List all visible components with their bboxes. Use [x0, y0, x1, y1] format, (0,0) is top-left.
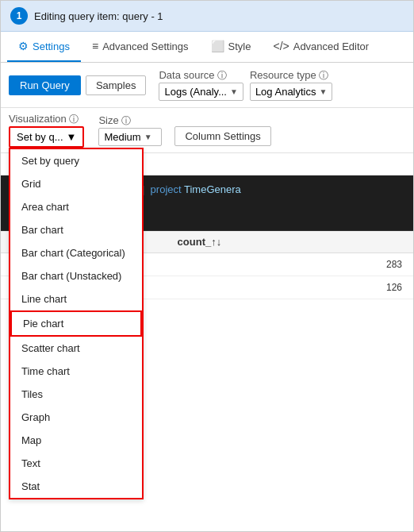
- data-source-arrow-icon: ▼: [230, 87, 238, 96]
- data-source-label: Data source ⓘ: [159, 69, 226, 83]
- resource-type-arrow-icon: ▼: [320, 87, 328, 96]
- visualization-label: Visualization ⓘ: [9, 113, 79, 126]
- data-source-value: Logs (Analy...: [164, 86, 227, 98]
- samples-button[interactable]: Samples: [86, 75, 147, 95]
- main-window: 1 Editing query item: query - 1 ⚙ Settin…: [0, 0, 414, 532]
- tabs-bar: ⚙ Settings ≡ Advanced Settings ⬜ Style <…: [1, 32, 413, 63]
- resource-type-label: Resource type ⓘ: [250, 69, 328, 83]
- tab-style[interactable]: ⬜ Style: [200, 32, 263, 62]
- data-source-select[interactable]: Logs (Analy... ▼: [159, 83, 243, 101]
- row2-col2: 126: [167, 276, 413, 299]
- dropdown-item-tiles[interactable]: Tiles: [10, 383, 142, 406]
- dropdown-item-grid[interactable]: Grid: [10, 172, 142, 195]
- dropdown-item-map[interactable]: Map: [10, 429, 142, 452]
- visualization-dropdown-container: Visualization ⓘ Set by q... ▼ Set by que…: [9, 113, 84, 148]
- column-settings-button[interactable]: Column Settings: [174, 126, 270, 146]
- visualization-info-icon: ⓘ: [69, 114, 79, 125]
- tab-advanced-settings[interactable]: ≡ Advanced Settings: [81, 32, 200, 62]
- row1-col2: 283: [167, 253, 413, 276]
- size-info-icon: ⓘ: [121, 115, 131, 126]
- run-query-button[interactable]: Run Query: [9, 75, 81, 95]
- resource-type-group: Resource type ⓘ Log Analytics ▼: [250, 69, 333, 101]
- settings-icon: ⚙: [18, 40, 29, 52]
- dropdown-item-stat[interactable]: Stat: [10, 475, 142, 498]
- resource-type-select[interactable]: Log Analytics ▼: [250, 83, 333, 101]
- dropdown-item-set-by-query[interactable]: Set by query: [10, 149, 142, 172]
- tab-style-label: Style: [228, 40, 251, 52]
- resource-type-value: Log Analytics: [255, 86, 316, 98]
- data-source-group: Data source ⓘ Logs (Analy... ▼: [159, 69, 243, 101]
- visualization-select[interactable]: Set by q... ▼: [9, 126, 84, 148]
- window-title: Editing query item: query - 1: [34, 10, 163, 22]
- size-group: Size ⓘ Medium ▼: [98, 114, 162, 146]
- dropdown-item-bar-chart-categorical[interactable]: Bar chart (Categorical): [10, 241, 142, 264]
- dropdown-item-graph[interactable]: Graph: [10, 406, 142, 429]
- style-icon: ⬜: [211, 40, 224, 52]
- size-label: Size ⓘ: [98, 114, 130, 128]
- visualization-dropdown-menu: Set by query Grid Area chart Bar chart B…: [9, 148, 144, 499]
- dropdown-item-line-chart[interactable]: Line chart: [10, 287, 142, 310]
- dropdown-item-scatter-chart[interactable]: Scatter chart: [10, 337, 142, 360]
- visualization-value: Set by q...: [17, 131, 63, 143]
- dropdown-item-text[interactable]: Text: [10, 452, 142, 475]
- tab-settings-label: Settings: [33, 40, 70, 52]
- tab-advanced-editor[interactable]: </> Advanced Editor: [262, 32, 380, 62]
- run-query-group: Run Query Samples: [9, 75, 146, 95]
- title-bar: 1 Editing query item: query - 1: [1, 1, 413, 32]
- dropdown-item-time-chart[interactable]: Time chart: [10, 360, 142, 383]
- title-number: 1: [10, 7, 28, 25]
- dropdown-item-bar-chart-unstacked[interactable]: Bar chart (Unstacked): [10, 264, 142, 287]
- advanced-editor-icon: </>: [273, 40, 289, 52]
- resource-type-info-icon: ⓘ: [319, 70, 328, 81]
- dropdown-item-bar-chart[interactable]: Bar chart: [10, 218, 142, 241]
- size-arrow-icon: ▼: [144, 133, 152, 141]
- advanced-settings-icon: ≡: [92, 40, 98, 52]
- visualization-row: Visualization ⓘ Set by q... ▼ Set by que…: [1, 108, 413, 153]
- visualization-arrow-icon: ▼: [67, 131, 77, 143]
- col2-header[interactable]: count_↑↓: [167, 231, 413, 253]
- tab-settings[interactable]: ⚙ Settings: [7, 32, 81, 62]
- tab-advanced-settings-label: Advanced Settings: [102, 40, 188, 52]
- toolbar: Run Query Samples Data source ⓘ Logs (An…: [1, 63, 413, 108]
- data-source-info-icon: ⓘ: [217, 70, 227, 81]
- dropdown-item-area-chart[interactable]: Area chart: [10, 195, 142, 218]
- size-select[interactable]: Medium ▼: [98, 128, 162, 146]
- tab-advanced-editor-label: Advanced Editor: [293, 40, 369, 52]
- size-value: Medium: [104, 131, 140, 143]
- dropdown-item-pie-chart[interactable]: Pie chart: [10, 310, 142, 337]
